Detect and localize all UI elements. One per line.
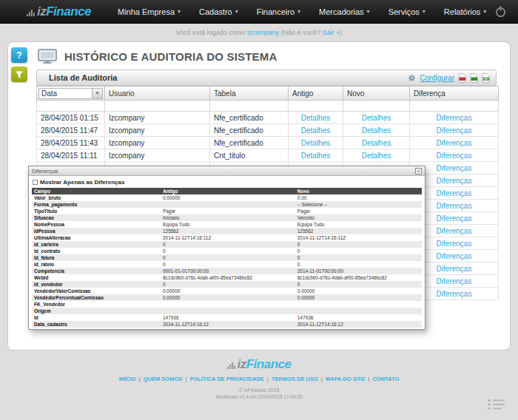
diferenca-link[interactable]: Diferenças (437, 152, 472, 160)
diferenca-link[interactable]: Diferenças (437, 252, 472, 260)
nav-item-relat-rios[interactable]: Relatórios▾ (444, 7, 487, 16)
modal-row: NomePessoaEquipa TudoEquipa Tudo (32, 221, 422, 228)
diferenca-link[interactable]: Diferenças (437, 202, 472, 210)
diferenca-link[interactable]: Diferenças (437, 227, 472, 235)
diferenca-link[interactable]: Diferenças (437, 240, 472, 248)
filter-input-usuario[interactable] (105, 101, 210, 112)
logout-link[interactable]: Sair » (323, 29, 340, 36)
diferencas-modal: Diferenças × Mostrar Apenas as Diferença… (28, 166, 426, 330)
novo-value-cell: 125562 (295, 228, 422, 234)
novo-value-cell: Pagar (295, 208, 422, 214)
diferenca-link[interactable]: Diferenças (437, 164, 472, 172)
filter-button[interactable] (11, 67, 27, 82)
antigo-value-cell: 0.00000 (161, 194, 295, 201)
brand-logo[interactable]: izFinance (27, 4, 91, 19)
antigo-value-cell: 0 (161, 248, 295, 254)
panel-actions: Configurar (408, 73, 490, 83)
antigo-value-cell: 147936 (161, 314, 295, 321)
antigo-value-cell: 0 (161, 241, 295, 248)
excel-export-icon[interactable] (470, 73, 478, 83)
data-filter-dropdown[interactable]: Data ▾ (38, 88, 103, 99)
logout-power-button[interactable] (493, 4, 508, 19)
column-header-usuario[interactable]: Usuario (105, 87, 210, 101)
novo-value-cell: Equipa Tudo (295, 221, 422, 228)
nav-item-minha-empresa[interactable]: Minha Empresa▾ (118, 7, 181, 16)
column-header-diferenca[interactable]: Diferença (410, 87, 499, 101)
column-header-novo[interactable]: Novo (343, 87, 410, 101)
novo-link[interactable]: Detalhes (362, 139, 391, 147)
username-link[interactable]: Izcompany (247, 29, 280, 36)
footer-link-mapa-do-site[interactable]: MAPA DO SITE (326, 376, 365, 382)
footer-link-contato[interactable]: CONTATO (372, 376, 399, 382)
diferenca-link[interactable]: Diferenças (437, 114, 472, 122)
configurar-link[interactable]: Configurar (420, 74, 454, 82)
show-only-differences-checkbox[interactable] (33, 180, 38, 185)
nav-item-servi-os[interactable]: Serviços▾ (388, 7, 426, 16)
novo-link[interactable]: Detalhes (362, 152, 391, 160)
footer-link-termos-de-uso[interactable]: TERMOS DE USO (272, 376, 318, 382)
nav-item-label: Relatórios (444, 7, 481, 16)
login-question: (Não é você? (279, 29, 323, 36)
novo-link[interactable]: Detalhes (362, 114, 391, 122)
antigo-link[interactable]: Detalhes (301, 126, 330, 135)
novo-cell: Detalhes (343, 112, 410, 124)
antigo-link[interactable]: Detalhes (301, 139, 330, 147)
campo-cell: TipoTitulo (32, 208, 161, 214)
filter-input-novo[interactable] (343, 101, 410, 112)
novo-link[interactable]: Detalhes (362, 126, 391, 135)
csv-export-icon[interactable] (482, 73, 490, 83)
close-icon[interactable]: × (415, 168, 422, 175)
footer-link-quem-somos[interactable]: QUEM SOMOS (144, 376, 183, 382)
filter-input-tabela[interactable] (210, 101, 289, 112)
column-header-antigo[interactable]: Antigo (289, 87, 343, 101)
nav-item-label: Serviços (388, 7, 420, 16)
nav-item-financeiro[interactable]: Financeiro▾ (257, 7, 300, 16)
antigo-link[interactable]: Detalhes (301, 152, 330, 160)
antigo-link[interactable]: Detalhes (301, 114, 330, 122)
page: izFinance Minha Empresa▾Cadastro▾Finance… (0, 0, 518, 420)
diferenca-link[interactable]: Diferenças (437, 265, 472, 273)
diferenca-link[interactable]: Diferenças (437, 277, 472, 285)
filter-input-diferenca[interactable] (410, 101, 499, 112)
diferenca-link[interactable]: Diferenças (437, 126, 472, 135)
diff-header-row: Campo Antigo Novo (32, 188, 422, 194)
column-header-tabela[interactable]: Tabela (210, 87, 289, 101)
antigo-value-cell: 0 (161, 281, 295, 288)
diferenca-link[interactable]: Diferenças (437, 290, 472, 298)
chevron-down-icon[interactable]: ▾ (92, 89, 102, 98)
diferenca-link[interactable]: Diferenças (437, 214, 472, 223)
pdf-export-icon[interactable] (458, 73, 466, 83)
modal-row: Id_contrato00 (32, 248, 422, 254)
modal-row: UltimaAlteracao2014-11-12T14:16:11Z2014-… (32, 234, 422, 241)
novo-value-cell: 8c1dc9b0-d76c-4dab-af00-85ea7348bc82 (295, 274, 422, 281)
filter-input-data[interactable] (37, 101, 105, 112)
footer-link-pol-tica-de-privacidade[interactable]: POLÍTICA DE PRIVACIDADE (189, 376, 263, 382)
nav-item-cadastro[interactable]: Cadastro▾ (199, 7, 238, 16)
nav-item-mercadorias[interactable]: Mercadorias▾ (319, 7, 370, 16)
column-header-data: Data ▾ (37, 87, 105, 101)
diferenca-link[interactable]: Diferenças (437, 189, 472, 197)
footer-logo[interactable]: izFinance (0, 357, 518, 372)
help-button[interactable]: ? (11, 47, 27, 63)
table-row: 28/04/2015 01:15IzcompanyNfe_certificado… (37, 112, 499, 124)
campo-cell: Origem (32, 308, 161, 314)
modal-titlebar[interactable]: Diferenças × (29, 166, 425, 176)
diferenca-cell: Diferenças (410, 149, 499, 162)
diff-table: Campo Antigo Novo Valor_bruto0.000000.00… (32, 188, 422, 330)
campo-cell: Id_vendedor (32, 281, 161, 288)
diferenca-link[interactable]: Diferenças (437, 177, 472, 185)
antigo-value-cell: 2014-11-12T14:16:12 (161, 321, 295, 328)
top-nav: Minha Empresa▾Cadastro▾Financeiro▾Mercad… (118, 7, 493, 16)
diferenca-link[interactable]: Diferenças (437, 139, 472, 147)
funnel-icon (15, 70, 24, 79)
campo-cell: Competencia (32, 268, 161, 274)
novo-value-cell (295, 308, 422, 314)
power-icon (494, 5, 507, 18)
novo-value-cell: 0 (295, 261, 422, 268)
antigo-cell: Detalhes (289, 124, 343, 137)
list-widget-icon[interactable] (487, 398, 506, 414)
login-prefix: Você está logado como (176, 29, 247, 36)
filter-input-antigo[interactable] (289, 101, 343, 112)
footer-link-in-cio[interactable]: INÍCIO (119, 376, 136, 382)
modal-table-body: Valor_bruto0.000000.00Forma_pagamento-- … (32, 194, 422, 330)
